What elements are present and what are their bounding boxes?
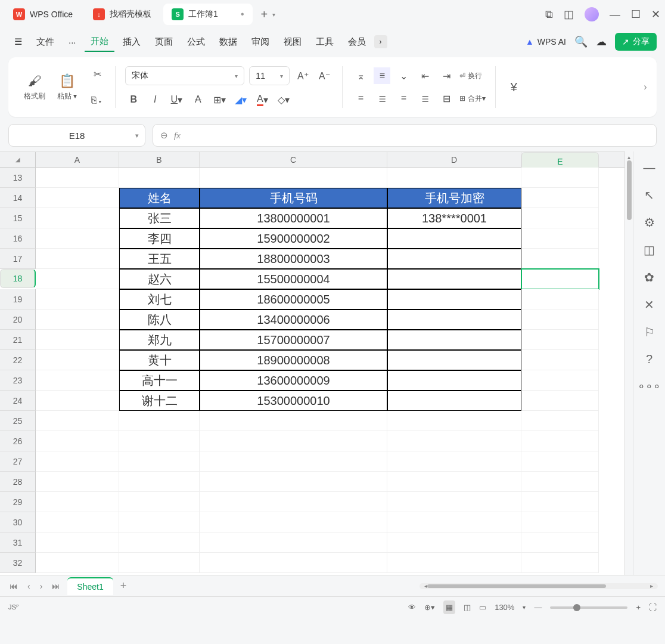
first-sheet-button[interactable]: ⏮	[7, 580, 20, 592]
hamburger-icon[interactable]: ☰	[8, 33, 28, 51]
cell-A16[interactable]	[36, 228, 119, 249]
ribbon-overflow-button[interactable]: ›	[638, 69, 653, 105]
col-header-B[interactable]: B	[119, 152, 200, 167]
close-icon[interactable]: ✕	[651, 8, 660, 21]
cell-E21[interactable]	[521, 330, 599, 350]
align-middle-button[interactable]: ≡	[374, 67, 390, 84]
cell-E26[interactable]	[521, 431, 599, 451]
cell-E17[interactable]	[521, 249, 599, 269]
cell-D25[interactable]	[387, 411, 521, 431]
formula-bar[interactable]: ⊖ fx	[153, 124, 657, 147]
cell-B20[interactable]: 陈八	[119, 309, 200, 330]
cut-button[interactable]: ✂	[89, 66, 105, 82]
cell-A29[interactable]	[36, 492, 119, 512]
cell-C30[interactable]	[200, 512, 387, 532]
italic-button[interactable]: I	[147, 91, 163, 108]
cell-D28[interactable]	[387, 472, 521, 492]
cell-B15[interactable]: 张三	[119, 208, 200, 228]
cell-B29[interactable]	[119, 492, 200, 512]
tools-icon[interactable]: ✕	[644, 298, 654, 312]
align-right-button[interactable]: ≡	[395, 90, 412, 107]
cell-E20[interactable]	[521, 309, 599, 330]
cell-A21[interactable]	[36, 330, 119, 350]
cell-C18[interactable]: 15500000004	[200, 269, 387, 289]
cell-E19[interactable]	[521, 289, 599, 309]
col-header-A[interactable]: A	[36, 152, 119, 167]
increase-font-button[interactable]: A⁺	[294, 67, 311, 84]
cell-A14[interactable]	[36, 188, 119, 208]
font-color-button[interactable]: A▾	[254, 91, 271, 108]
prev-sheet-button[interactable]: ‹	[25, 580, 33, 592]
cell-A31[interactable]	[36, 532, 119, 553]
scroll-up-icon[interactable]: ▴	[626, 154, 632, 160]
cell-C23[interactable]: 13600000009	[200, 370, 387, 391]
cell-A15[interactable]	[36, 208, 119, 228]
cell-C31[interactable]	[200, 532, 387, 553]
cell-E16[interactable]	[521, 228, 599, 249]
cell-C25[interactable]	[200, 411, 387, 431]
cell-B14[interactable]: 姓名	[119, 188, 200, 208]
scroll-right-icon[interactable]: ▸	[650, 583, 653, 589]
tab-formula[interactable]: 公式	[181, 33, 211, 51]
align-bottom-button[interactable]: ⌄	[395, 67, 412, 84]
row-header[interactable]: 30	[0, 512, 36, 532]
currency-button[interactable]: ¥	[505, 79, 522, 95]
cell-C27[interactable]	[200, 451, 387, 472]
border-button[interactable]: ⊞▾	[211, 91, 228, 108]
cell-C29[interactable]	[200, 492, 387, 512]
cell-D21[interactable]	[387, 330, 521, 350]
cell-B24[interactable]: 谢十二	[119, 391, 200, 411]
cell-D27[interactable]	[387, 451, 521, 472]
row-header[interactable]: 23	[0, 370, 36, 391]
row-header[interactable]: 26	[0, 431, 36, 451]
tab-view[interactable]: 视图	[278, 33, 307, 51]
cell-B26[interactable]	[119, 431, 200, 451]
cell-B27[interactable]	[119, 451, 200, 472]
cell-E28[interactable]	[521, 472, 599, 492]
row-header[interactable]: 24	[0, 391, 36, 411]
cell-A20[interactable]	[36, 309, 119, 330]
cell-C32[interactable]	[200, 553, 387, 573]
row-header[interactable]: 17	[0, 249, 36, 269]
cell-C17[interactable]: 18800000003	[200, 249, 387, 269]
view-reading-button[interactable]: ▭	[479, 603, 486, 612]
indent-right-button[interactable]: ⇥	[438, 67, 455, 84]
wrap-button[interactable]: ⏎ 换行	[459, 71, 482, 81]
cell-E22[interactable]	[521, 350, 599, 370]
cell-E15[interactable]	[521, 208, 599, 228]
cell-B31[interactable]	[119, 532, 200, 553]
font-select[interactable]: 宋体 ▾	[125, 66, 244, 85]
cell-E32[interactable]	[521, 553, 599, 573]
cell-E30[interactable]	[521, 512, 599, 532]
cell-B23[interactable]: 高十一	[119, 370, 200, 391]
jsp-icon[interactable]: JSᴾ	[8, 603, 18, 611]
row-header[interactable]: 14	[0, 188, 36, 208]
bold-button[interactable]: B	[125, 91, 142, 108]
file-menu[interactable]: 文件	[30, 33, 60, 51]
scroll-thumb[interactable]	[627, 160, 632, 220]
cell-A26[interactable]	[36, 431, 119, 451]
zoom-value[interactable]: 130%	[495, 603, 514, 612]
align-top-button[interactable]: ⌅	[352, 67, 369, 84]
cell-D30[interactable]	[387, 512, 521, 532]
row-header[interactable]: 20	[0, 309, 36, 330]
col-header-C[interactable]: C	[200, 152, 387, 167]
cell-A32[interactable]	[36, 553, 119, 573]
horizontal-scrollbar[interactable]: ◂ ▸	[419, 583, 658, 589]
hscroll-thumb[interactable]	[427, 584, 606, 588]
minimize-icon[interactable]: —	[610, 8, 620, 21]
cell-B22[interactable]: 黄十	[119, 350, 200, 370]
cell-C20[interactable]: 13400000006	[200, 309, 387, 330]
next-sheet-button[interactable]: ›	[38, 580, 45, 592]
cell-E13[interactable]	[521, 168, 599, 188]
decrease-font-button[interactable]: A⁻	[316, 67, 332, 84]
zoom-slider[interactable]	[550, 606, 627, 609]
underline-button[interactable]: U▾	[168, 91, 185, 108]
focus-icon[interactable]: ⊕▾	[424, 603, 435, 612]
fontsize-select[interactable]: 11 ▾	[249, 66, 290, 85]
cell-D22[interactable]	[387, 350, 521, 370]
avatar[interactable]	[585, 7, 599, 21]
fill-color-button[interactable]: ◢▾	[232, 91, 249, 108]
cloud-icon[interactable]: ☁	[596, 35, 607, 48]
cell-C14[interactable]: 手机号码	[200, 188, 387, 208]
